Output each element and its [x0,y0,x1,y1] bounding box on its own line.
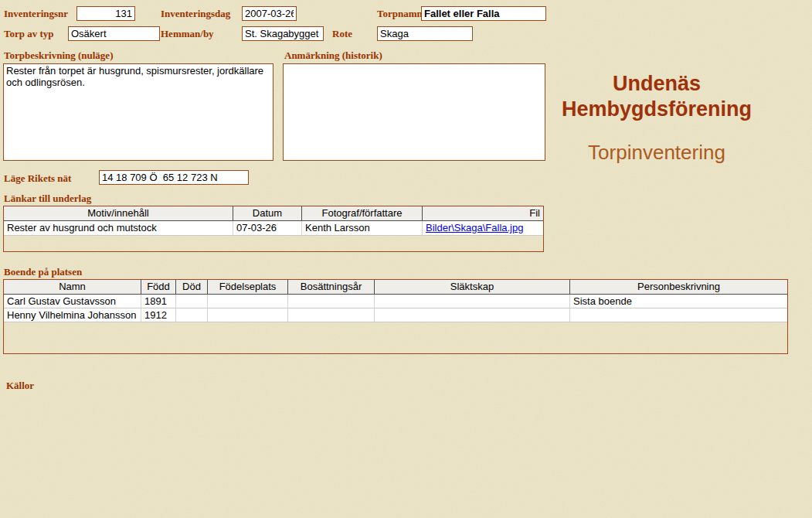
resident-fodelseplats [208,308,288,322]
residents-header-dod: Död [176,280,208,294]
resident-dod [176,308,208,322]
torpinventering-form: Inventeringsnr Inventeringsdag Torpnamn … [0,0,812,518]
page-subtitle: Torpinventering [541,141,773,164]
inventeringsnr-input[interactable] [76,6,135,21]
lage-rikets-nat-label: Läge Rikets nät [4,172,71,184]
header-title-block: Undenäs Hembygdsförening Torpinventering [541,71,773,164]
hemman-by-label: Hemman/by [161,28,214,39]
resident-slaktskap [375,308,570,322]
inventeringsdag-input[interactable] [242,6,297,21]
resident-namn: Henny Vilhelmina Johansson [4,308,141,322]
resident-bosattningsar [288,295,375,308]
hemman-by-input[interactable] [242,26,324,41]
resident-fodd: 1891 [141,295,176,308]
org-title-line1: Undenäs [541,71,773,97]
residents-table-label: Boende på platsen [4,266,82,278]
sources-label: Källor [6,380,34,391]
link-cell-datum: 07-03-26 [233,221,302,235]
resident-slaktskap [375,295,570,308]
residents-header-fodelseplats: Födelseplats [208,280,288,294]
resident-dod [176,295,208,308]
link-table-header-row: Motiv/innehåll Datum Fotograf/författare… [4,206,543,221]
rote-label: Rote [332,28,352,39]
residents-header-fodd: Född [141,280,176,294]
table-row: Henny Vilhelmina Johansson 1912 [4,308,787,322]
file-link[interactable]: Bilder\Skaga\Falla.jpg [426,222,523,233]
resident-bosattningsar [288,308,375,322]
torp-av-typ-input[interactable] [68,26,160,41]
residents-header-bosattningsar: Bosättningsår [288,280,375,294]
link-header-motiv: Motiv/innehåll [4,206,233,220]
link-cell-motiv: Rester av husgrund och mutstock [4,221,233,235]
link-table-label: Länkar till underlag [4,193,91,204]
resident-personbeskrivning: Sista boende [570,295,787,308]
inventeringsnr-label: Inventeringsnr [4,8,68,19]
residents-header-personbeskrivning: Personbeskrivning [570,280,787,294]
link-table: Motiv/innehåll Datum Fotograf/författare… [3,206,544,252]
inventeringsdag-label: Inventeringsdag [161,8,230,19]
link-cell-fotograf: Kenth Larsson [302,221,423,235]
table-row: Carl Gustav Gustavsson 1891 Sista boende [4,295,787,308]
torpbeskrivning-label: Torpbeskrivning (nuläge) [4,49,113,61]
torpnamn-label: Torpnamn [377,8,423,19]
table-row: Rester av husgrund och mutstock 07-03-26… [4,221,543,236]
torpnamn-input[interactable] [421,6,546,21]
link-header-datum: Datum [233,206,302,220]
resident-fodelseplats [208,295,288,308]
rote-input[interactable] [377,26,473,41]
residents-header-row: Namn Född Död Födelseplats Bosättningsår… [4,280,787,295]
anmarkning-textarea[interactable] [283,63,545,161]
link-cell-fil: Bilder\Skaga\Falla.jpg [423,221,543,235]
resident-fodd: 1912 [141,308,176,322]
torp-av-typ-label: Torp av typ [4,28,54,39]
residents-header-slaktskap: Släktskap [375,280,570,294]
link-header-fil: Fil [423,206,543,220]
anmarkning-label: Anmärkning (historik) [284,49,382,61]
resident-personbeskrivning [570,308,787,322]
link-header-fotograf: Fotograf/författare [302,206,423,220]
lage-rikets-nat-input[interactable] [99,170,249,185]
residents-header-namn: Namn [4,280,141,294]
residents-table: Namn Född Död Födelseplats Bosättningsår… [3,279,788,354]
resident-namn: Carl Gustav Gustavsson [4,295,141,308]
org-title-line2: Hembygdsförening [541,97,773,122]
torpbeskrivning-textarea[interactable]: Rester från torpet är husgrund, spismurs… [3,63,273,161]
